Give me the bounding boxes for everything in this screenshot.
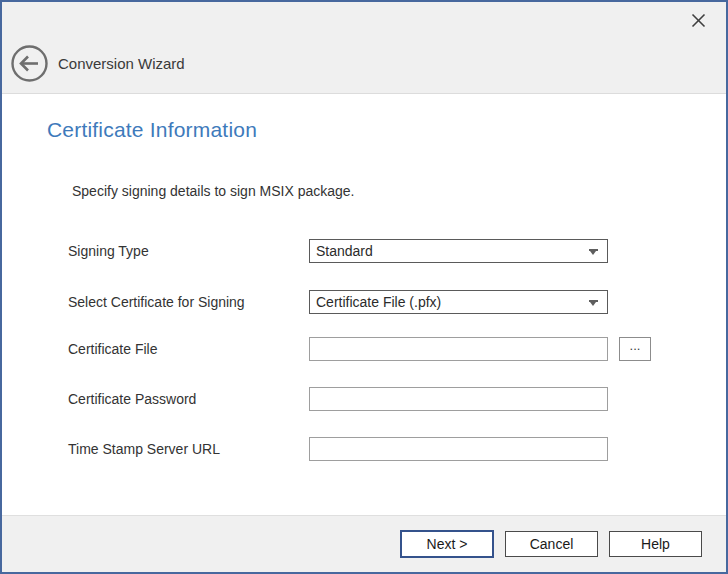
certificate-password-row: Certificate Password xyxy=(2,387,726,411)
certificate-password-input[interactable] xyxy=(309,387,608,411)
page-description: Specify signing details to sign MSIX pac… xyxy=(72,183,355,199)
close-icon xyxy=(691,13,706,28)
back-button[interactable] xyxy=(10,44,49,83)
certificate-file-row: Certificate File ... xyxy=(2,337,726,361)
signing-type-dropdown[interactable]: Standard xyxy=(309,239,608,263)
page-title: Certificate Information xyxy=(47,118,257,142)
timestamp-url-label: Time Stamp Server URL xyxy=(68,437,220,461)
cancel-button[interactable]: Cancel xyxy=(505,531,598,557)
chevron-down-icon xyxy=(589,300,598,307)
certificate-select-value: Certificate File (.pfx) xyxy=(316,294,585,310)
signing-type-value: Standard xyxy=(316,243,585,259)
signing-type-row: Signing Type Standard xyxy=(2,239,726,263)
next-button[interactable]: Next > xyxy=(400,530,494,558)
back-arrow-icon xyxy=(10,44,49,83)
timestamp-url-row: Time Stamp Server URL xyxy=(2,437,726,461)
conversion-wizard-dialog: Conversion Wizard Certificate Informatio… xyxy=(0,0,728,574)
certificate-file-label: Certificate File xyxy=(68,337,157,361)
wizard-header: Conversion Wizard xyxy=(2,2,726,94)
certificate-file-input[interactable] xyxy=(309,337,608,361)
certificate-select-label: Select Certificate for Signing xyxy=(68,290,245,314)
wizard-footer: Next > Cancel Help xyxy=(2,515,726,572)
close-button[interactable] xyxy=(686,8,710,32)
chevron-down-icon xyxy=(589,249,598,256)
window-title: Conversion Wizard xyxy=(58,44,185,83)
help-button[interactable]: Help xyxy=(609,531,702,557)
timestamp-url-input[interactable] xyxy=(309,437,608,461)
certificate-select-dropdown[interactable]: Certificate File (.pfx) xyxy=(309,290,608,314)
signing-type-label: Signing Type xyxy=(68,239,149,263)
browse-button[interactable]: ... xyxy=(619,337,651,361)
certificate-password-label: Certificate Password xyxy=(68,387,196,411)
certificate-select-row: Select Certificate for Signing Certifica… xyxy=(2,290,726,314)
